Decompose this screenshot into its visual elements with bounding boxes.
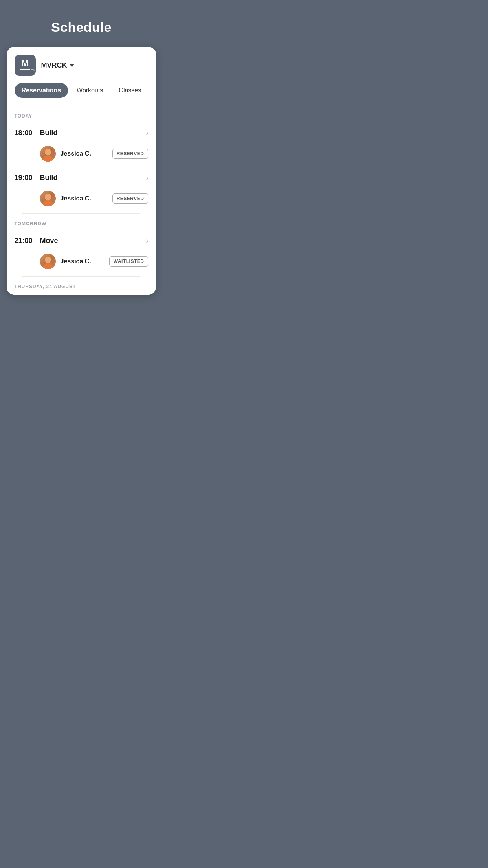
avatar-face-1900 [40, 191, 56, 206]
gym-logo-tm: TM [31, 69, 35, 72]
class-row-2100[interactable]: 21:00 Move › [15, 232, 149, 250]
gym-logo: M TM [15, 55, 36, 76]
participant-row-1900: Jessica C. RESERVED [15, 187, 149, 213]
avatar-face-2100 [40, 254, 56, 269]
tab-workouts[interactable]: Workouts [70, 83, 110, 98]
class-chevron-2100: › [146, 237, 148, 245]
class-row-1900[interactable]: 19:00 Build › [15, 169, 149, 187]
status-badge-1800: RESERVED [112, 149, 149, 159]
class-name-1900: Build [40, 174, 146, 182]
gym-dropdown-chevron[interactable] [70, 64, 74, 67]
page-title: Schedule [8, 20, 155, 35]
participant-name-1800: Jessica C. [61, 150, 112, 157]
class-chevron-1800: › [146, 129, 148, 137]
class-time-1800: 18:00 [15, 129, 40, 137]
gym-name-row[interactable]: MVRCK [41, 61, 74, 70]
tabs-container: Reservations Workouts Classes App [7, 83, 156, 106]
section-thu24-label: THURSDAY, 24 AUGUST [15, 277, 149, 295]
tab-app[interactable]: App [150, 83, 156, 98]
status-badge-1900: RESERVED [112, 193, 149, 204]
class-row-1800[interactable]: 18:00 Build › [15, 124, 149, 142]
class-name-2100: Move [40, 237, 146, 245]
status-badge-2100: WAITLISTED [109, 256, 149, 267]
gym-name: MVRCK [41, 61, 67, 70]
section-today-label: TODAY [15, 106, 149, 124]
main-card: M TM MVRCK Reservations Workouts Classes… [7, 47, 156, 295]
participant-row-1800: Jessica C. RESERVED [15, 142, 149, 169]
class-name-1800: Build [40, 129, 146, 137]
section-tomorrow-label: TOMORROW [15, 214, 149, 232]
avatar-jessica-2100 [40, 254, 56, 269]
gym-logo-letter: M [21, 59, 28, 68]
schedule-content: TODAY 18:00 Build › Jessica C. RESERVED … [7, 106, 156, 295]
page-header: Schedule [0, 0, 163, 47]
participant-row-2100: Jessica C. WAITLISTED [15, 250, 149, 276]
avatar-jessica-1900 [40, 191, 56, 206]
tab-reservations[interactable]: Reservations [15, 83, 68, 98]
gym-logo-line [20, 69, 30, 70]
gym-header: M TM MVRCK [7, 47, 156, 83]
avatar-face-1800 [40, 146, 56, 162]
participant-name-2100: Jessica C. [61, 258, 109, 265]
class-time-1900: 19:00 [15, 174, 40, 182]
avatar-jessica-1800 [40, 146, 56, 162]
tab-classes[interactable]: Classes [112, 83, 148, 98]
class-chevron-1900: › [146, 174, 148, 182]
class-time-2100: 21:00 [15, 237, 40, 245]
participant-name-1900: Jessica C. [61, 195, 112, 202]
